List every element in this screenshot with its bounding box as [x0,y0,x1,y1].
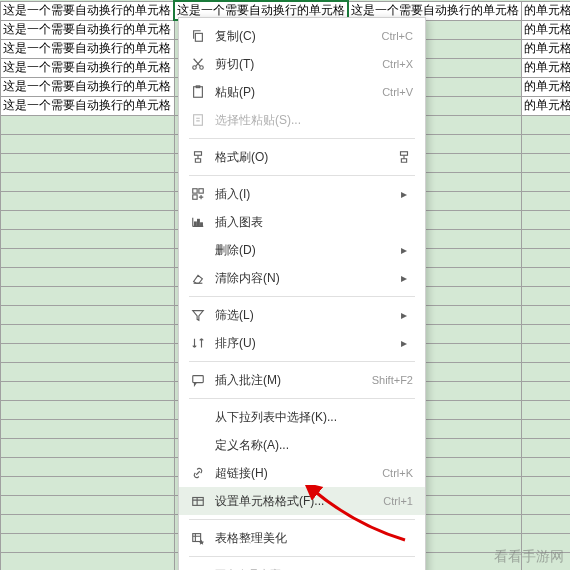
cell[interactable] [522,191,571,210]
cell[interactable] [1,229,175,248]
menu-shortcut: Ctrl+C [382,30,413,42]
cell[interactable]: 这是一个需要自动换行的单元格 [1,77,175,96]
cell[interactable] [1,115,175,134]
cell[interactable]: 的单元格 [522,77,571,96]
cell[interactable] [522,419,571,438]
cell[interactable] [522,324,571,343]
menu-copy[interactable]: 复制(C) Ctrl+C [179,22,425,50]
cell[interactable] [522,229,571,248]
cell[interactable]: 的单元格 [522,58,571,77]
cell[interactable] [522,134,571,153]
menu-paste-special[interactable]: 选择性粘贴(S)... [179,106,425,134]
menu-delete[interactable]: 删除(D) ▸ [179,236,425,264]
cell[interactable]: 的单元格 [522,1,571,20]
blank-icon [187,408,209,426]
menu-label: 粘贴(P) [209,84,382,101]
menu-table-beautify[interactable]: 表格整理美化 [179,524,425,552]
cell[interactable] [1,210,175,229]
menu-separator [189,556,415,557]
menu-clear-contents[interactable]: 清除内容(N) ▸ [179,264,425,292]
format-brush-icon [395,150,413,164]
cell[interactable]: 这是一个需要自动换行的单元格 [1,1,175,20]
cell[interactable] [522,248,571,267]
cell[interactable] [522,400,571,419]
context-menu: 复制(C) Ctrl+C 剪切(T) Ctrl+X 粘贴(P) Ctrl+V 选… [178,17,426,570]
cell[interactable] [1,476,175,495]
cell[interactable] [522,457,571,476]
cell[interactable]: 的单元格 [522,20,571,39]
cell[interactable] [522,438,571,457]
cell[interactable] [1,153,175,172]
menu-define-name[interactable]: 定义名称(A)... [179,431,425,459]
cell[interactable] [1,514,175,533]
cell[interactable] [1,172,175,191]
cell[interactable] [1,305,175,324]
cell[interactable] [522,172,571,191]
cell[interactable] [1,381,175,400]
svg-rect-9 [199,189,203,193]
menu-shortcut: Ctrl+X [382,58,413,70]
cell[interactable] [522,381,571,400]
menu-separator [189,398,415,399]
cell[interactable] [1,267,175,286]
cell[interactable] [522,362,571,381]
cell[interactable] [1,419,175,438]
menu-sort[interactable]: 排序(U) ▸ [179,329,425,357]
cell[interactable] [1,248,175,267]
cell[interactable] [522,343,571,362]
cell[interactable] [522,210,571,229]
cell[interactable] [1,438,175,457]
cell[interactable] [1,533,175,552]
blank-icon [187,241,209,259]
cell[interactable] [522,267,571,286]
menu-filter[interactable]: 筛选(L) ▸ [179,301,425,329]
cell[interactable] [1,134,175,153]
cell[interactable] [1,457,175,476]
cell[interactable] [1,286,175,305]
menu-insert[interactable]: 插入(I) ▸ [179,180,425,208]
cell[interactable] [522,495,571,514]
menu-label: 设置单元格格式(F)... [209,493,383,510]
cell[interactable] [1,552,175,570]
cell[interactable]: 这是一个需要自动换行的单元格 [1,20,175,39]
cell[interactable] [1,343,175,362]
menu-format-painter[interactable]: 格式刷(O) [179,143,425,171]
chevron-right-icon: ▸ [395,271,413,285]
menu-cut[interactable]: 剪切(T) Ctrl+X [179,50,425,78]
svg-point-2 [200,66,204,70]
more-vip-label[interactable]: 更多会员专享 [179,561,425,570]
cell[interactable]: 的单元格 [522,96,571,115]
svg-rect-7 [401,152,408,156]
cell[interactable] [522,476,571,495]
menu-insert-comment[interactable]: 插入批注(M) Shift+F2 [179,366,425,394]
menu-format-cells[interactable]: 设置单元格格式(F)... Ctrl+1 [179,487,425,515]
svg-rect-10 [193,195,197,199]
menu-label: 选择性粘贴(S)... [209,112,413,129]
svg-rect-14 [193,376,204,383]
cell[interactable] [1,324,175,343]
menu-pick-from-list[interactable]: 从下拉列表中选择(K)... [179,403,425,431]
cell[interactable] [522,286,571,305]
cell[interactable] [522,115,571,134]
menu-paste[interactable]: 粘贴(P) Ctrl+V [179,78,425,106]
cell[interactable]: 的单元格 [522,39,571,58]
cell[interactable] [522,305,571,324]
menu-shortcut: Ctrl+1 [383,495,413,507]
cell[interactable] [1,191,175,210]
paste-icon [187,83,209,101]
cell[interactable] [1,495,175,514]
menu-label: 插入图表 [209,214,413,231]
menu-label: 插入(I) [209,186,395,203]
cell[interactable]: 这是一个需要自动换行的单元格 [1,39,175,58]
cell[interactable]: 这是一个需要自动换行的单元格 [1,58,175,77]
cell[interactable] [1,400,175,419]
chevron-right-icon: ▸ [395,187,413,201]
menu-hyperlink[interactable]: 超链接(H) Ctrl+K [179,459,425,487]
cell[interactable] [1,362,175,381]
cell[interactable]: 这是一个需要自动换行的单元格 [1,96,175,115]
menu-insert-chart[interactable]: 插入图表 [179,208,425,236]
format-cells-icon [187,492,209,510]
link-icon [187,464,209,482]
cell[interactable] [522,514,571,533]
cell[interactable] [522,153,571,172]
